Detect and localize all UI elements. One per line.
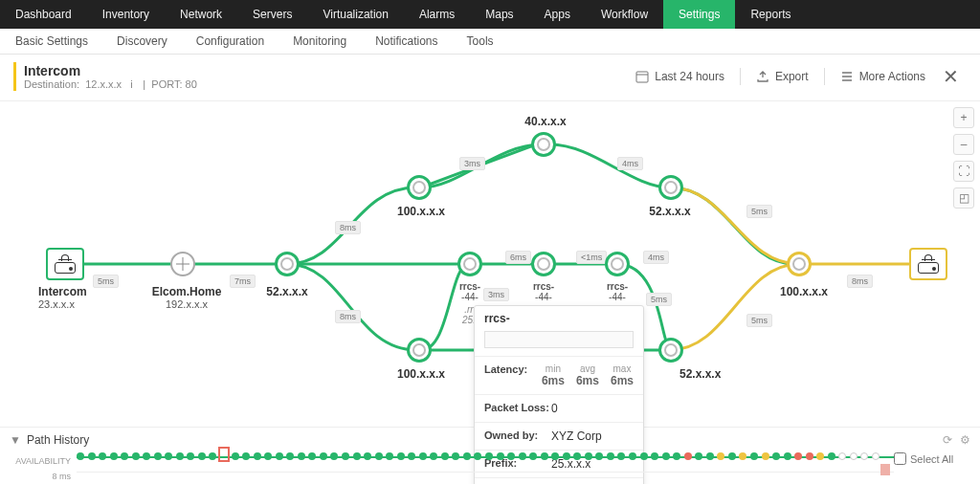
availability-dot[interactable] bbox=[474, 452, 481, 460]
availability-dot[interactable] bbox=[121, 452, 128, 460]
availability-dot[interactable] bbox=[717, 452, 724, 460]
availability-dot[interactable] bbox=[254, 452, 261, 460]
nav-item[interactable]: Dashboard bbox=[0, 0, 87, 29]
availability-dot[interactable] bbox=[132, 452, 140, 460]
availability-dot[interactable] bbox=[276, 452, 283, 460]
topology-canvas[interactable]: 5ms 7ms 8ms 3ms 3ms 6ms <1ms 4ms 4ms 8ms… bbox=[0, 101, 980, 427]
availability-dot[interactable] bbox=[110, 452, 118, 460]
nav-item[interactable]: Reports bbox=[735, 0, 806, 29]
availability-dot[interactable] bbox=[585, 452, 592, 460]
availability-dot[interactable] bbox=[88, 452, 96, 460]
availability-dot[interactable] bbox=[850, 452, 858, 460]
availability-dot[interactable] bbox=[154, 452, 162, 460]
hop-node[interactable] bbox=[407, 175, 432, 200]
nav-item[interactable]: Network bbox=[165, 0, 237, 29]
availability-dot[interactable] bbox=[353, 452, 361, 460]
hop-node[interactable] bbox=[275, 252, 300, 276]
fullscreen-button[interactable]: ⛶ bbox=[953, 161, 974, 182]
nav-item[interactable]: Apps bbox=[529, 0, 586, 29]
nav-item[interactable]: Inventory bbox=[87, 0, 165, 29]
availability-dot[interactable] bbox=[519, 452, 526, 460]
hop-node[interactable] bbox=[605, 252, 630, 276]
nav-item[interactable]: Maps bbox=[470, 0, 528, 29]
availability-dot[interactable] bbox=[419, 452, 427, 460]
availability-dot[interactable] bbox=[541, 452, 548, 460]
subnav-item[interactable]: Monitoring bbox=[293, 34, 346, 48]
nav-item[interactable]: Virtualization bbox=[307, 0, 403, 29]
availability-dot[interactable] bbox=[607, 452, 614, 460]
timerange-button[interactable]: Last 24 hours bbox=[626, 70, 734, 83]
availability-dot[interactable] bbox=[595, 452, 603, 460]
router-node[interactable] bbox=[170, 252, 195, 276]
availability-dot[interactable] bbox=[739, 452, 746, 460]
availability-dot[interactable] bbox=[143, 452, 150, 460]
nav-item[interactable]: Workflow bbox=[586, 0, 663, 29]
availability-dot[interactable] bbox=[330, 452, 338, 460]
availability-dot[interactable] bbox=[342, 452, 349, 460]
availability-dot[interactable] bbox=[198, 452, 206, 460]
availability-dot[interactable] bbox=[176, 452, 184, 460]
subnav-item[interactable]: Configuration bbox=[196, 34, 264, 48]
subnav-item[interactable]: Discovery bbox=[117, 34, 167, 48]
availability-lane[interactable] bbox=[77, 451, 894, 477]
zoom-out-button[interactable]: – bbox=[953, 134, 974, 155]
availability-dot[interactable] bbox=[99, 452, 106, 460]
availability-dot[interactable] bbox=[629, 452, 636, 460]
endpoint-node[interactable] bbox=[909, 248, 947, 280]
availability-dot[interactable] bbox=[640, 452, 648, 460]
availability-dot[interactable] bbox=[563, 452, 570, 460]
availability-dot[interactable] bbox=[232, 452, 239, 460]
availability-dot[interactable] bbox=[485, 452, 493, 460]
fit-button[interactable]: ◰ bbox=[953, 187, 974, 209]
subnav-item[interactable]: Tools bbox=[467, 34, 494, 48]
availability-dot[interactable] bbox=[806, 452, 813, 460]
availability-dot[interactable] bbox=[77, 452, 84, 460]
availability-dot[interactable] bbox=[673, 452, 680, 460]
availability-dot[interactable] bbox=[209, 452, 216, 460]
availability-dot[interactable] bbox=[750, 452, 758, 460]
settings-icon[interactable]: ⚙ bbox=[960, 433, 970, 447]
availability-dot[interactable] bbox=[242, 452, 250, 460]
availability-dot[interactable] bbox=[264, 452, 272, 460]
availability-dot[interactable] bbox=[397, 452, 405, 460]
availability-dot[interactable] bbox=[706, 452, 714, 460]
availability-dot[interactable] bbox=[320, 452, 327, 460]
availability-dot[interactable] bbox=[651, 452, 658, 460]
availability-dot[interactable] bbox=[187, 452, 194, 460]
availability-dot[interactable] bbox=[497, 452, 504, 460]
hop-node[interactable] bbox=[457, 252, 482, 276]
availability-dot[interactable] bbox=[430, 452, 437, 460]
availability-dot[interactable] bbox=[872, 452, 880, 460]
hop-node[interactable] bbox=[531, 252, 556, 276]
subnav-item[interactable]: Basic Settings bbox=[15, 34, 88, 48]
hop-node[interactable] bbox=[531, 132, 556, 157]
select-all-checkbox[interactable]: Select All bbox=[894, 452, 970, 465]
hop-node[interactable] bbox=[787, 252, 812, 276]
availability-dot[interactable] bbox=[828, 452, 835, 460]
availability-dot[interactable] bbox=[551, 452, 559, 460]
availability-dot[interactable] bbox=[452, 452, 459, 460]
nav-item[interactable]: Alarms bbox=[404, 0, 470, 29]
availability-dot[interactable] bbox=[529, 452, 537, 460]
availability-dot[interactable] bbox=[308, 452, 316, 460]
hop-node[interactable] bbox=[658, 175, 683, 200]
nav-item[interactable]: Settings bbox=[663, 0, 735, 29]
availability-dot[interactable] bbox=[408, 452, 415, 460]
availability-dot[interactable] bbox=[617, 452, 625, 460]
export-button[interactable]: Export bbox=[746, 70, 818, 83]
zoom-in-button[interactable]: + bbox=[953, 107, 974, 128]
availability-dot[interactable] bbox=[386, 452, 393, 460]
availability-dot[interactable] bbox=[794, 452, 802, 460]
nav-item[interactable]: Servers bbox=[237, 0, 307, 29]
close-button[interactable]: ✕ bbox=[935, 65, 967, 88]
availability-dot[interactable] bbox=[286, 452, 294, 460]
availability-dot[interactable] bbox=[441, 452, 449, 460]
availability-dot[interactable] bbox=[463, 452, 471, 460]
collapse-icon[interactable]: ▼ bbox=[10, 433, 21, 447]
subnav-item[interactable]: Notifications bbox=[375, 34, 437, 48]
availability-dot[interactable] bbox=[728, 452, 736, 460]
availability-dot[interactable] bbox=[662, 452, 670, 460]
availability-dot[interactable] bbox=[784, 452, 791, 460]
hop-node[interactable] bbox=[658, 338, 683, 363]
availability-dot[interactable] bbox=[165, 452, 172, 460]
